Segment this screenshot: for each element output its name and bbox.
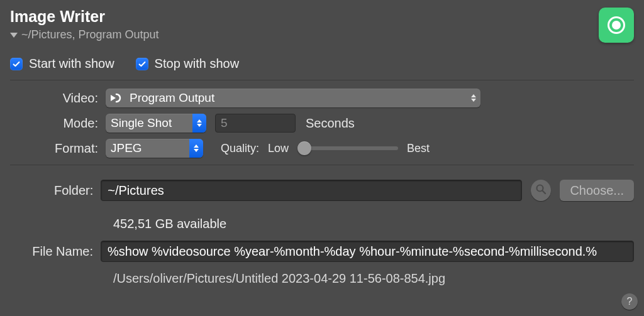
folder-label: Folder:	[10, 183, 101, 198]
folder-value: ~/Pictures	[108, 183, 164, 198]
slider-thumb[interactable]	[297, 141, 311, 155]
reveal-button[interactable]	[531, 180, 551, 201]
stop-with-show-label: Stop with show	[155, 57, 240, 71]
format-select[interactable]: JPEG	[106, 139, 203, 158]
mode-select-value: Single Shot	[111, 116, 172, 130]
chevron-down-icon	[10, 33, 18, 38]
help-button[interactable]: ?	[621, 293, 638, 310]
status-indicator[interactable]	[599, 8, 634, 43]
choose-button[interactable]: Choose...	[560, 180, 634, 201]
panel-title: Image Writer	[10, 8, 159, 26]
start-with-show-label: Start with show	[29, 57, 114, 71]
checkbox-checked-icon	[136, 58, 148, 70]
quality-label: Quality:	[221, 142, 259, 155]
divider	[10, 80, 634, 80]
format-select-value: JPEG	[111, 141, 142, 155]
magnifier-icon	[535, 183, 547, 198]
svg-marker-0	[111, 95, 116, 101]
video-source-icon	[111, 93, 125, 103]
filename-field[interactable]: %show %videosource %year-%month-%day %ho…	[101, 241, 634, 262]
available-space: 452,51 GB available	[113, 217, 634, 231]
mode-label: Mode:	[10, 116, 106, 131]
quality-best-label: Best	[407, 142, 430, 155]
choose-label: Choose...	[570, 183, 624, 198]
record-icon	[608, 16, 625, 34]
video-label: Video:	[10, 91, 106, 106]
panel-subtitle: ~/Pictures, Program Output	[21, 28, 159, 41]
filename-value: %show %videosource %year-%month-%day %ho…	[108, 244, 597, 259]
video-select-value: Program Output	[130, 91, 214, 105]
folder-field[interactable]: ~/Pictures	[101, 180, 522, 201]
stop-with-show-checkbox[interactable]: Stop with show	[136, 57, 240, 71]
mode-select[interactable]: Single Shot	[106, 114, 206, 133]
help-icon: ?	[627, 296, 633, 307]
video-select[interactable]: Program Output	[106, 89, 480, 107]
disclosure-row[interactable]: ~/Pictures, Program Output	[10, 28, 159, 41]
start-with-show-checkbox[interactable]: Start with show	[10, 57, 114, 71]
filename-label: File Name:	[10, 244, 101, 259]
quality-slider[interactable]	[297, 146, 398, 150]
interval-field[interactable]: 5	[215, 114, 296, 133]
filename-preview: /Users/oliver/Pictures/Untitled 2023-04-…	[113, 271, 634, 286]
svg-line-2	[543, 190, 546, 193]
divider	[10, 165, 634, 165]
checkbox-checked-icon	[10, 58, 23, 70]
seconds-label: Seconds	[306, 116, 355, 131]
format-label: Format:	[10, 141, 106, 156]
interval-value: 5	[221, 116, 228, 130]
quality-low-label: Low	[268, 142, 289, 155]
